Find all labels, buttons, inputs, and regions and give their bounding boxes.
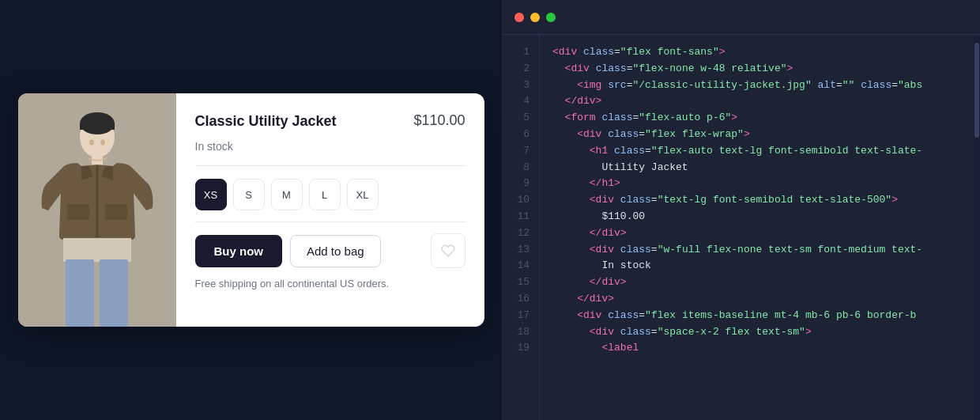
traffic-light-red[interactable] (514, 13, 524, 22)
add-to-bag-button[interactable]: Add to bag (290, 235, 381, 267)
product-image (18, 93, 176, 327)
svg-rect-7 (63, 238, 131, 262)
traffic-light-green[interactable] (546, 13, 556, 22)
line-num: 11 (517, 209, 530, 225)
line-num: 5 (523, 110, 530, 127)
code-line-10: <div class="text-lg font-semibold text-s… (552, 192, 961, 209)
product-price: $110.00 (413, 112, 465, 129)
action-divider (195, 221, 466, 222)
svg-rect-6 (96, 166, 99, 237)
line-num: 15 (517, 274, 530, 291)
line-num: 7 (523, 143, 530, 160)
code-editor: 1 2 3 4 5 6 7 8 9 10 11 12 13 14 15 16 1… (502, 0, 980, 420)
code-line-6: <div class="flex flex-wrap"> (552, 127, 961, 143)
code-line-8: Utility Jacket (552, 160, 961, 176)
code-line-12: </div> (552, 225, 961, 242)
size-s[interactable]: S (233, 179, 265, 210)
line-num: 6 (523, 127, 530, 143)
scrollbar[interactable] (974, 35, 980, 420)
size-divider (195, 165, 466, 166)
scrollbar-thumb[interactable] (974, 43, 979, 138)
code-line-17: <div class="flex items-baseline mt-4 mb-… (552, 308, 961, 324)
code-line-2: <div class="flex-none w-48 relative"> (552, 61, 961, 78)
line-numbers: 1 2 3 4 5 6 7 8 9 10 11 12 13 14 15 16 1… (502, 35, 540, 420)
code-line-3: <img src="/classic-utility-jacket.jpg" a… (552, 78, 961, 94)
line-num: 14 (517, 258, 530, 274)
line-num: 3 (523, 78, 530, 94)
action-row: Buy now Add to bag (195, 233, 466, 268)
code-line-19: <label (552, 340, 961, 357)
svg-rect-9 (100, 259, 128, 327)
svg-point-12 (89, 140, 94, 146)
code-line-16: </div> (552, 291, 961, 308)
code-line-14: In stock (552, 258, 961, 274)
code-line-7: <h1 class="flex-auto text-lg font-semibo… (552, 143, 961, 160)
editor-body: 1 2 3 4 5 6 7 8 9 10 11 12 13 14 15 16 1… (502, 35, 980, 420)
line-num: 13 (517, 242, 530, 259)
size-l[interactable]: L (309, 179, 341, 210)
code-line-1: <div class="flex font-sans"> (552, 44, 961, 61)
size-xs[interactable]: XS (195, 179, 227, 210)
line-num: 16 (517, 291, 530, 308)
line-num: 4 (523, 93, 530, 110)
product-title: Classic Utility Jacket (195, 112, 337, 131)
svg-rect-11 (105, 204, 127, 220)
product-image-container (18, 93, 176, 327)
product-info: Classic Utility Jacket $110.00 In stock … (176, 93, 484, 327)
code-content[interactable]: <div class="flex font-sans"> <div class=… (540, 35, 974, 420)
editor-titlebar (502, 0, 980, 35)
line-num: 17 (517, 308, 530, 324)
svg-rect-4 (80, 123, 115, 130)
buy-now-button[interactable]: Buy now (195, 235, 283, 267)
code-line-18: <div class="space-x-2 flex text-sm"> (552, 324, 961, 341)
line-num: 12 (517, 225, 530, 242)
code-line-4: </div> (552, 93, 961, 110)
line-num: 8 (523, 160, 530, 176)
size-selector: XS S M L XL (195, 179, 466, 210)
line-num: 2 (523, 61, 530, 78)
left-panel: Classic Utility Jacket $110.00 In stock … (0, 0, 502, 420)
product-header: Classic Utility Jacket $110.00 (195, 112, 466, 131)
shipping-text: Free shipping on all continental US orde… (195, 278, 466, 289)
code-line-9: </h1> (552, 176, 961, 192)
svg-rect-8 (66, 259, 94, 327)
line-num: 1 (523, 44, 530, 61)
line-num: 9 (523, 176, 530, 192)
code-line-13: <div class="w-full flex-none text-sm fon… (552, 242, 961, 259)
code-line-11: $110.00 (552, 209, 961, 225)
heart-icon (441, 244, 455, 258)
traffic-light-yellow[interactable] (530, 13, 540, 22)
code-line-15: </div> (552, 274, 961, 291)
line-num: 18 (517, 324, 530, 341)
line-num: 10 (517, 192, 530, 209)
size-xl[interactable]: XL (347, 179, 379, 210)
product-status: In stock (195, 140, 466, 153)
svg-rect-10 (67, 204, 89, 220)
product-card: Classic Utility Jacket $110.00 In stock … (18, 93, 484, 327)
size-m[interactable]: M (271, 179, 303, 210)
svg-point-13 (100, 140, 105, 146)
line-num: 19 (517, 340, 530, 357)
code-line-5: <form class="flex-auto p-6"> (552, 110, 961, 127)
wishlist-button[interactable] (431, 233, 466, 268)
